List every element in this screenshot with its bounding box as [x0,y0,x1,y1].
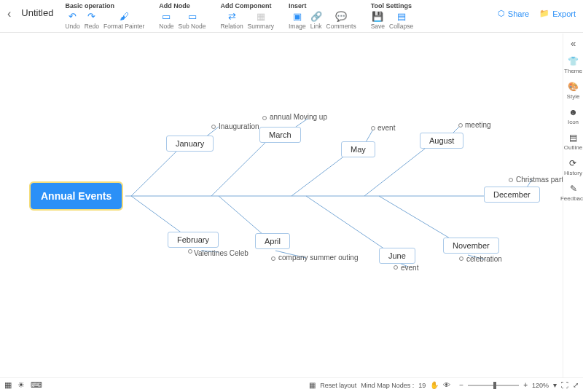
summary-button[interactable]: ▦Summary [248,11,274,30]
sidepanel-history[interactable]: ⟳History [564,158,582,176]
node-april[interactable]: April [255,233,290,249]
connector-dot[interactable] [459,256,463,261]
connector-dot[interactable] [271,256,275,261]
side-panel: « 👕Theme 🎨Style ☻Icon ▤Outline ⟳History … [563,34,583,377]
annot-christmas[interactable]: Christmas part [516,176,563,184]
node-may[interactable]: May [341,141,375,157]
connector-dot[interactable] [509,178,513,182]
relation-button[interactable]: ⇄Relation [220,11,243,30]
node-december[interactable]: December [484,187,540,203]
statusbar-icon-1[interactable]: ▦ [4,380,12,390]
relation-icon: ⇄ [228,11,236,21]
node-january[interactable]: January [166,136,214,152]
collapse-button[interactable]: ▤Collapse [389,11,413,30]
node-button[interactable]: ▭Node [159,11,173,30]
zoom-slider[interactable] [468,385,519,386]
svg-line-10 [306,196,389,252]
node-march[interactable]: March [259,127,301,143]
sub-node-icon: ▭ [188,11,197,21]
eye-icon[interactable]: 👁 [443,381,450,389]
link-icon: 🔗 [310,11,322,21]
sidepanel-outline[interactable]: ▤Outline [564,133,582,151]
node-february[interactable]: February [168,232,219,248]
node-november[interactable]: November [443,238,499,254]
topbar: ‹ Untitled Basic operation ↶Undo ↷Redo 🖌… [0,0,583,33]
zoom-in-button[interactable]: + [523,381,528,389]
format-painter-button[interactable]: 🖌Format Painter [103,11,144,30]
ribbon-add-component: Add Component ⇄Relation ▦Summary [220,0,278,30]
hand-tool-icon[interactable]: ✋ [430,381,439,389]
ribbon-group-title: Tool Settings [371,2,418,9]
topbar-actions: ⬡Share 📁Export [498,0,576,18]
connector-dot[interactable] [371,126,375,130]
sub-node-button[interactable]: ▭Sub Node [179,11,206,30]
annot-celebration[interactable]: celebration [466,255,502,263]
save-icon: 💾 [372,11,383,21]
annot-inauguration[interactable]: Inauguration [219,122,259,130]
ribbon-tool-settings: Tool Settings 💾Save ▤Collapse [371,0,418,30]
node-august[interactable]: August [420,133,463,149]
link-button[interactable]: 🔗Link [310,11,322,30]
document-title[interactable]: Untitled [14,0,60,26]
annot-event2[interactable]: event [401,264,418,272]
annot-movingup[interactable]: annual Moving up [270,113,327,121]
undo-button[interactable]: ↶Undo [65,11,79,30]
summary-icon: ▦ [257,11,265,21]
feedback-icon: ✎ [570,184,577,194]
format-painter-icon: 🖌 [120,11,129,21]
node-june[interactable]: June [379,248,415,264]
back-button[interactable]: ‹ [4,0,14,28]
sidepanel-icon[interactable]: ☻Icon [568,107,579,125]
export-button[interactable]: 📁Export [539,9,576,18]
annot-companyouting[interactable]: company summer outing [278,254,359,262]
connector-dot[interactable] [394,265,398,270]
undo-icon: ↶ [69,11,77,21]
nodes-count-value: 19 [418,382,426,389]
outline-icon: ▤ [569,133,577,143]
statusbar-icon-3[interactable]: ⌨ [31,380,42,390]
comments-button[interactable]: 💬Comments [326,11,356,30]
reset-layout-button[interactable]: Reset layout [320,382,356,389]
icon-icon: ☻ [568,107,578,117]
sidepanel-feedback[interactable]: ✎Feedback [560,184,583,202]
style-icon: 🎨 [568,82,579,92]
connector-dot[interactable] [458,123,463,128]
ribbon-add-node: Add Node ▭Node ▭Sub Node [159,0,210,30]
statusbar-icon-2[interactable]: ☀ [17,380,25,390]
fullscreen-icon[interactable]: ⤢ [573,381,579,389]
comments-icon: 💬 [335,11,347,21]
svg-line-14 [379,196,458,243]
annot-meeting[interactable]: meeting [465,121,491,129]
sidepanel-theme[interactable]: 👕Theme [564,56,582,74]
nodes-count-label: Mind Map Nodes : [361,382,414,389]
ribbon-group-title: Add Component [220,2,278,9]
save-button[interactable]: 💾Save [371,11,385,30]
sidepanel-collapse-button[interactable]: « [571,38,576,49]
share-icon: ⬡ [498,9,505,18]
annot-valentines[interactable]: Valentines Celeb [194,249,249,257]
image-button[interactable]: ▣Image [289,11,306,30]
annot-event1[interactable]: event [377,124,395,132]
reset-layout-icon[interactable]: ▦ [309,381,316,389]
ribbon-group-title: Insert [289,2,361,9]
zoom-level: 120% [532,382,549,389]
connector-dot[interactable] [262,116,267,120]
fit-icon[interactable]: ⛶ [561,381,568,389]
node-icon: ▭ [162,11,171,21]
status-bar: ▦ ☀ ⌨ ▦ Reset layout Mind Map Nodes : 19… [0,377,583,392]
redo-button[interactable]: ↷Redo [85,11,99,30]
share-button[interactable]: ⬡Share [498,9,529,18]
export-icon: 📁 [539,9,549,18]
sidepanel-style[interactable]: 🎨Style [567,82,580,100]
redo-icon: ↷ [87,11,95,21]
ribbon-insert: Insert ▣Image 🔗Link 💬Comments [289,0,361,30]
history-icon: ⟳ [569,158,576,168]
connector-dot[interactable] [188,249,192,254]
mindmap-canvas[interactable]: Annual Events January February March Apr… [0,34,563,377]
ribbon-group-title: Add Node [159,2,210,9]
connector-dot[interactable] [211,125,216,129]
zoom-out-button[interactable]: − [459,381,463,389]
image-icon: ▣ [293,11,302,21]
root-node[interactable]: Annual Events [31,183,122,209]
zoom-menu-icon[interactable]: ▾ [553,381,557,389]
